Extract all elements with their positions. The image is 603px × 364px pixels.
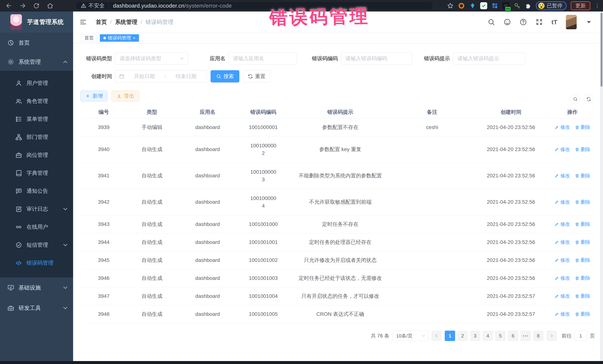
edit-link[interactable]: 修改: [554, 257, 570, 264]
user-avatar[interactable]: [566, 15, 577, 29]
edit-link[interactable]: 修改: [554, 199, 570, 206]
breadcrumb-item[interactable]: 首页: [96, 18, 107, 26]
pencil-icon: [554, 276, 559, 281]
app-logo-block[interactable]: 芋道管理系统: [0, 11, 73, 33]
sidebar-item-通知公告[interactable]: 通知公告: [0, 182, 73, 200]
page-button-8[interactable]: 8: [533, 331, 544, 341]
next-page-button[interactable]: [546, 331, 557, 341]
bookmark-star-icon[interactable]: [447, 2, 454, 9]
page-button-3[interactable]: 3: [470, 331, 480, 341]
sidebar-item-用户管理[interactable]: 用户管理: [0, 74, 73, 92]
refresh-table-button[interactable]: [584, 94, 594, 104]
filter-code-input[interactable]: [341, 53, 412, 65]
delete-link[interactable]: 删除: [575, 172, 590, 179]
breadcrumb-item[interactable]: 系统管理: [115, 18, 137, 26]
sidebar-item-研发工具[interactable]: 研发工具: [0, 298, 73, 318]
sidebar-item-在线用户[interactable]: 在线用户: [0, 218, 73, 236]
page-button-5[interactable]: 5: [495, 331, 506, 341]
fullscreen-icon[interactable]: [535, 18, 543, 26]
toggle-search-button[interactable]: [570, 94, 580, 104]
edit-link[interactable]: 修改: [554, 275, 570, 282]
extension-blue-gem-icon[interactable]: [469, 2, 476, 9]
search-button[interactable]: 搜索: [211, 70, 239, 82]
tab-close-icon[interactable]: ×: [133, 35, 135, 41]
sidebar-item-首页[interactable]: 首页: [0, 33, 73, 53]
edit-link[interactable]: 修改: [554, 172, 570, 179]
delete-link[interactable]: 删除: [575, 124, 590, 131]
filter-app-input[interactable]: [228, 53, 297, 65]
delete-link[interactable]: 删除: [575, 239, 590, 246]
delete-link[interactable]: 删除: [575, 199, 590, 206]
browser-home-icon[interactable]: [47, 2, 53, 9]
page-scrollbar[interactable]: [600, 11, 603, 361]
extension-green-check-icon[interactable]: [480, 2, 487, 9]
tag-tab[interactable]: 错误码管理×: [100, 34, 139, 42]
sidebar-item-角色管理[interactable]: 角色管理: [0, 92, 73, 110]
sidebar-item-label: 审计日志: [26, 205, 48, 213]
cell-app: dashboard: [177, 122, 238, 133]
delete-link[interactable]: 删除: [575, 146, 590, 153]
sidebar-item-审计日志[interactable]: 审计日志: [0, 200, 73, 218]
more-pages-button[interactable]: •••: [521, 331, 531, 341]
extension-key-icon[interactable]: [514, 2, 521, 9]
add-button[interactable]: 新增: [81, 91, 107, 101]
extension-switch-icon[interactable]: on: [502, 2, 510, 9]
scrollbar-thumb[interactable]: [601, 13, 603, 87]
sidebar-item-岗位管理[interactable]: 岗位管理: [0, 146, 73, 164]
filter-code-label: 错误码编码: [312, 55, 338, 62]
sidebar-item-字典管理[interactable]: 字典管理: [0, 164, 73, 182]
create-time-range-picker[interactable]: 开始日期 - 结束日期: [115, 70, 207, 82]
browser-menu-kebab-icon[interactable]: [594, 2, 600, 9]
page-button-6[interactable]: 6: [508, 331, 518, 341]
goto-page-input[interactable]: [574, 331, 587, 341]
browser-update-button[interactable]: 更新: [571, 1, 590, 10]
security-indicator[interactable]: 不安全: [81, 2, 105, 10]
filter-type-select[interactable]: 请选择错误码类型: [115, 53, 188, 65]
tag-tab[interactable]: 首页: [81, 34, 97, 42]
github-icon[interactable]: [504, 18, 511, 26]
export-button[interactable]: 导出: [112, 91, 139, 101]
delete-link[interactable]: 删除: [575, 257, 590, 264]
sidebar-item-错误码管理[interactable]: 错误码管理: [0, 254, 73, 272]
trash-icon: [575, 147, 580, 152]
menu-tree-icon: [15, 116, 22, 122]
sidebar-item-基础设施[interactable]: 基础设施: [0, 277, 73, 298]
extension-grid-icon[interactable]: [491, 2, 498, 9]
reset-button[interactable]: 重置: [243, 70, 270, 82]
cell-actions: 修改删除: [550, 122, 595, 133]
delete-link[interactable]: 删除: [575, 311, 590, 318]
edit-link[interactable]: 修改: [554, 239, 570, 246]
font-size-icon[interactable]: tT: [551, 19, 557, 26]
sidebar-item-菜单管理[interactable]: 菜单管理: [0, 110, 73, 128]
edit-link[interactable]: 修改: [554, 124, 570, 131]
browser-back-icon[interactable]: [6, 2, 12, 9]
delete-link[interactable]: 删除: [575, 221, 590, 228]
sidebar-item-系统管理[interactable]: 系统管理: [0, 53, 73, 71]
edit-link[interactable]: 修改: [554, 311, 570, 318]
page-button-2[interactable]: 2: [457, 331, 468, 341]
delete-link[interactable]: 删除: [575, 293, 590, 300]
delete-link[interactable]: 删除: [575, 275, 590, 282]
browser-reload-icon[interactable]: [33, 2, 40, 9]
sidebar-item-label: 基础设施: [19, 284, 41, 292]
extension-orange-ring-icon[interactable]: [458, 2, 465, 9]
help-icon[interactable]: [520, 18, 527, 26]
sidebar-item-短信管理[interactable]: 短信管理: [0, 236, 73, 254]
filter-message-input[interactable]: [453, 53, 525, 65]
edit-link[interactable]: 修改: [554, 221, 570, 228]
prev-page-button[interactable]: [431, 331, 442, 341]
page-size-select[interactable]: 10条/页: [392, 331, 429, 341]
avatar-caret-down-icon[interactable]: [585, 18, 593, 26]
page-button-1[interactable]: 1: [445, 331, 455, 341]
sidebar-collapse-hamburger-icon[interactable]: [79, 18, 87, 26]
sidebar-item-部门管理[interactable]: 部门管理: [0, 128, 73, 146]
extensions-puzzle-icon[interactable]: [525, 2, 532, 9]
edit-link[interactable]: 修改: [554, 293, 570, 300]
sidebar-item-label: 首页: [19, 39, 30, 47]
edit-link[interactable]: 修改: [554, 146, 570, 153]
page-button-4[interactable]: 4: [483, 331, 493, 341]
header-search-icon[interactable]: [487, 18, 495, 26]
address-bar[interactable]: 不安全 dashboard.yudao.iocoder.cn/system/er…: [75, 1, 433, 10]
browser-forward-icon[interactable]: [19, 2, 26, 9]
profile-paused-badge[interactable]: 已暂停: [536, 1, 567, 10]
